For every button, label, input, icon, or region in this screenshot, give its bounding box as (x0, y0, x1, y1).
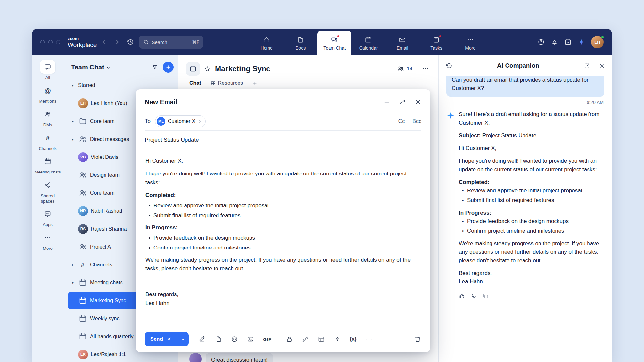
search-placeholder: Search (152, 39, 167, 45)
grid-icon (210, 81, 216, 86)
remove-recipient-button[interactable] (198, 119, 202, 124)
send-options-button[interactable] (177, 332, 189, 346)
notifications-button[interactable] (551, 38, 558, 46)
window-control-dot[interactable] (48, 40, 53, 44)
online-status-dot (601, 35, 604, 39)
rail-item-apps[interactable]: Apps (33, 207, 62, 227)
nav-team-chat[interactable]: Team Chat (317, 31, 351, 55)
chevron-down-icon (181, 337, 185, 342)
more-tools-button[interactable] (365, 336, 373, 343)
rail-item-all[interactable]: All (33, 60, 62, 80)
emoji-button[interactable] (231, 336, 238, 343)
channel-more-button[interactable] (422, 65, 429, 72)
markup-button[interactable] (302, 336, 309, 343)
gif-button[interactable]: GIF (263, 337, 272, 342)
people-icon (78, 171, 87, 180)
rail-item-meeting-chats[interactable]: Meeting chats (33, 155, 62, 175)
thumbs-down-button[interactable] (471, 293, 477, 299)
back-button[interactable] (99, 37, 110, 48)
caret-down-icon[interactable]: ▾ (71, 137, 75, 142)
people-icon (78, 135, 87, 144)
nav-docs[interactable]: Docs (283, 31, 317, 55)
discard-button[interactable] (414, 336, 421, 343)
email-icon (399, 36, 406, 43)
ai-compose-button[interactable] (334, 336, 341, 343)
new-chat-button[interactable] (163, 62, 174, 73)
send-button[interactable]: Send (145, 332, 177, 346)
star-channel-button[interactable] (204, 66, 211, 72)
rail-item-dms[interactable]: DMs (33, 107, 62, 128)
window-controls[interactable] (40, 40, 60, 44)
filter-button[interactable] (152, 64, 158, 70)
nav-tasks[interactable]: Tasks (419, 31, 453, 55)
caret-down-icon[interactable]: ▾ (71, 280, 75, 285)
unread-badge (439, 35, 442, 38)
cc-button[interactable]: Cc (398, 118, 405, 124)
subject-field[interactable]: Project Status Update (145, 131, 421, 149)
chat-message[interactable]: Great discussion team! (189, 353, 429, 362)
history-button[interactable] (125, 37, 136, 48)
nav-more[interactable]: More (453, 31, 487, 55)
ai-conversation[interactable]: Can you draft an email that provides a s… (439, 76, 612, 362)
message-text: Great discussion team! (206, 353, 273, 362)
caret-right-icon[interactable]: ▸ (71, 119, 75, 124)
add-tab-button[interactable] (252, 81, 258, 86)
email-body-editor[interactable]: Hi Customer X, I hope you're doing well!… (145, 149, 421, 326)
expand-icon (399, 99, 406, 105)
ellipsis-icon (467, 36, 474, 43)
bcc-button[interactable]: Bcc (412, 118, 421, 124)
desktop-background: zoom Workplace Search ⌘F Home (0, 0, 644, 362)
minimize-button[interactable] (383, 99, 390, 105)
member-count[interactable]: 14 (397, 65, 412, 72)
to-field[interactable]: To ML Customer X Cc Bcc (145, 112, 421, 131)
signature-button[interactable] (199, 336, 206, 343)
search-input[interactable]: Search ⌘F (139, 36, 203, 49)
encrypt-button[interactable] (286, 336, 293, 343)
rail-item-channels[interactable]: # Channels (33, 131, 62, 151)
template-button[interactable] (215, 336, 222, 343)
calendar-icon (78, 314, 87, 323)
tab-resources[interactable]: Resources (210, 80, 243, 86)
plus-icon (252, 81, 258, 86)
avatar: NR (78, 206, 88, 216)
left-icon-rail: All @ Mentions DMs # Channels Meeting ch… (32, 55, 63, 362)
thumbs-up-button[interactable] (459, 293, 465, 299)
chat-list-title[interactable]: Team Chat (71, 64, 104, 71)
composer-toolbar: Send (145, 326, 421, 352)
image-button[interactable] (247, 336, 254, 343)
recipient-chip[interactable]: ML Customer X (155, 115, 206, 127)
rail-item-more[interactable]: More (33, 231, 62, 251)
search-shortcut: ⌘F (192, 39, 200, 45)
caret-right-icon[interactable]: ▸ (71, 263, 75, 267)
window-control-dot[interactable] (56, 40, 60, 44)
calendar-icon (189, 65, 197, 72)
ai-popout-button[interactable] (584, 63, 590, 69)
ai-sparkle-icon (446, 111, 455, 290)
layout-button[interactable] (318, 336, 325, 343)
expand-button[interactable] (399, 99, 406, 105)
window-control-dot[interactable] (40, 40, 45, 44)
copy-button[interactable] (482, 293, 489, 299)
ai-companion-button[interactable] (578, 38, 585, 46)
help-button[interactable] (538, 38, 545, 46)
forward-button[interactable] (112, 37, 123, 48)
ai-close-button[interactable] (599, 63, 605, 69)
avatar: LR (78, 350, 88, 359)
ai-feedback-bar (459, 290, 604, 306)
smiley-icon (231, 336, 238, 343)
topbar-utilities: LH (538, 36, 604, 48)
user-avatar[interactable]: LH (591, 36, 604, 48)
thumbs-down-icon (471, 293, 477, 299)
history-icon (127, 38, 134, 46)
rail-item-mentions[interactable]: @ Mentions (33, 84, 62, 104)
nav-home[interactable]: Home (250, 31, 283, 55)
nav-calendar[interactable]: Calendar (351, 31, 385, 55)
ai-history-button[interactable] (446, 62, 452, 69)
variables-button[interactable]: {x} (350, 336, 357, 342)
nav-email[interactable]: Email (385, 31, 419, 55)
close-button[interactable] (415, 99, 421, 105)
rail-item-shared-spaces[interactable]: Shared spaces (33, 178, 62, 204)
tab-chat[interactable]: Chat (189, 80, 201, 86)
upcoming-meetings-button[interactable] (564, 38, 572, 46)
caret-down-icon[interactable]: ▾ (71, 83, 75, 88)
